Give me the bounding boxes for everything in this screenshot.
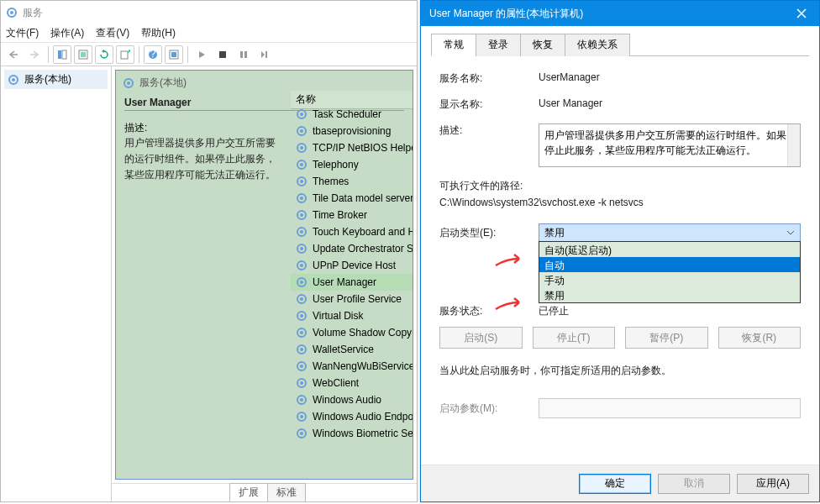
svg-text:?: ? bbox=[150, 50, 156, 60]
toolbar-btn-6[interactable] bbox=[165, 45, 183, 64]
service-row[interactable]: Virtual Disk bbox=[291, 307, 413, 324]
service-row[interactable]: Windows Audio bbox=[291, 391, 413, 408]
service-row[interactable]: WalletService bbox=[291, 341, 413, 358]
service-row[interactable]: Time Broker bbox=[291, 207, 413, 223]
restart-icon[interactable] bbox=[255, 45, 274, 64]
svg-rect-11 bbox=[240, 51, 243, 58]
option-manual[interactable]: 手动 bbox=[539, 272, 800, 287]
apply-button[interactable]: 应用(A) bbox=[737, 474, 809, 494]
service-row[interactable]: Update Orchestrator Service bbox=[291, 240, 413, 257]
toolbar-btn-2[interactable] bbox=[74, 45, 92, 64]
service-row[interactable]: Volume Shadow Copy bbox=[291, 324, 413, 341]
service-row[interactable]: User Manager bbox=[291, 274, 413, 291]
close-icon[interactable] bbox=[784, 1, 819, 26]
svg-point-51 bbox=[300, 381, 303, 385]
service-name: Themes bbox=[313, 176, 349, 187]
service-name: Tile Data model server bbox=[313, 192, 413, 204]
pane-header: 服务(本地) bbox=[116, 71, 413, 93]
startup-type-select[interactable]: 禁用 自动(延迟启动) 自动 手动 禁用 bbox=[539, 223, 801, 242]
service-row[interactable]: Themes bbox=[291, 173, 413, 190]
svg-rect-9 bbox=[171, 52, 176, 57]
service-row[interactable]: tbaseprovisioning bbox=[291, 123, 413, 139]
tab-standard[interactable]: 标准 bbox=[267, 483, 306, 501]
service-row[interactable]: Task Scheduler bbox=[291, 106, 413, 123]
service-row[interactable]: Windows Audio Endpoint bbox=[291, 408, 413, 425]
service-row[interactable]: Telephony bbox=[291, 156, 413, 173]
service-row[interactable]: Windows Biometric Service bbox=[291, 425, 413, 442]
service-row[interactable]: TCP/IP NetBIOS Helper bbox=[291, 139, 413, 156]
play-icon[interactable] bbox=[192, 45, 211, 64]
gear-icon bbox=[296, 192, 308, 204]
service-row[interactable]: WanNengWuBiService bbox=[291, 358, 413, 375]
service-row[interactable]: Tile Data model server bbox=[291, 190, 413, 207]
resume-button[interactable]: 恢复(R) bbox=[718, 327, 802, 349]
tab-logon[interactable]: 登录 bbox=[476, 34, 521, 56]
menu-action[interactable]: 操作(A) bbox=[50, 26, 84, 40]
gear-icon bbox=[296, 159, 308, 171]
menu-view[interactable]: 查看(V) bbox=[96, 26, 129, 40]
tab-dependencies[interactable]: 依赖关系 bbox=[565, 34, 630, 56]
svg-rect-12 bbox=[244, 51, 247, 58]
export-icon[interactable] bbox=[116, 45, 134, 64]
bottom-tabs: 扩展 标准 bbox=[112, 483, 417, 501]
svg-point-47 bbox=[300, 348, 303, 351]
gear-icon bbox=[296, 377, 308, 389]
service-name: Update Orchestrator Service bbox=[313, 243, 413, 255]
gear-icon bbox=[296, 394, 308, 406]
gear-icon bbox=[296, 344, 308, 355]
service-name: WebClient bbox=[313, 377, 359, 389]
gear-icon bbox=[296, 293, 308, 305]
service-row[interactable]: User Profile Service bbox=[291, 291, 413, 307]
service-row[interactable]: UPnP Device Host bbox=[291, 257, 413, 274]
option-disabled[interactable]: 禁用 bbox=[539, 287, 800, 302]
chevron-down-icon bbox=[786, 230, 795, 235]
tab-extended[interactable]: 扩展 bbox=[229, 483, 268, 501]
value-service-name: UserManager bbox=[539, 71, 801, 83]
forward-icon[interactable] bbox=[25, 45, 44, 64]
pause-icon[interactable] bbox=[234, 45, 253, 64]
startup-dropdown: 自动(延迟启动) 自动 手动 禁用 bbox=[539, 241, 801, 303]
svg-point-55 bbox=[300, 415, 303, 418]
svg-point-17 bbox=[127, 81, 130, 85]
svg-point-21 bbox=[300, 129, 303, 133]
service-name: WanNengWuBiService bbox=[313, 360, 413, 372]
stop-button[interactable]: 停止(T) bbox=[533, 327, 616, 349]
service-list[interactable]: Task SchedulertbaseprovisioningTCP/IP Ne… bbox=[291, 106, 413, 479]
service-row[interactable]: Touch Keyboard and Handwriting bbox=[291, 223, 413, 240]
label-exe-path: 可执行文件的路径: bbox=[439, 179, 523, 193]
service-name: tbaseprovisioning bbox=[313, 125, 391, 137]
gear-icon bbox=[6, 7, 18, 18]
scrollbar[interactable] bbox=[787, 124, 800, 166]
tab-general[interactable]: 常规 bbox=[431, 34, 476, 56]
tree-item-label: 服务(本地) bbox=[24, 72, 71, 87]
svg-point-25 bbox=[300, 163, 303, 166]
start-button[interactable]: 启动(S) bbox=[439, 327, 523, 349]
tab-recovery[interactable]: 恢复 bbox=[520, 34, 565, 56]
cancel-button[interactable]: 取消 bbox=[658, 474, 730, 494]
service-row[interactable]: WebClient bbox=[291, 375, 413, 391]
value-display-name: User Manager bbox=[539, 97, 801, 109]
service-name: Task Scheduler bbox=[313, 108, 381, 120]
window-title-bar: 服务 bbox=[1, 1, 417, 24]
ok-button[interactable]: 确定 bbox=[579, 474, 651, 494]
value-exe-path: C:\Windows\system32\svchost.exe -k netsv… bbox=[439, 197, 644, 208]
stop-icon[interactable] bbox=[213, 45, 232, 64]
help-icon[interactable]: ? bbox=[144, 45, 162, 64]
option-auto[interactable]: 自动 bbox=[539, 257, 800, 272]
toolbar-btn-1[interactable] bbox=[53, 45, 71, 64]
window-title: 服务 bbox=[23, 6, 43, 20]
tree-item-services-local[interactable]: 服务(本地) bbox=[4, 70, 108, 89]
service-name: WalletService bbox=[313, 344, 374, 355]
menu-help[interactable]: 帮助(H) bbox=[141, 26, 176, 40]
back-icon[interactable] bbox=[4, 45, 23, 64]
option-auto-delayed[interactable]: 自动(延迟启动) bbox=[539, 242, 800, 257]
service-name: Time Broker bbox=[313, 209, 367, 221]
gear-icon bbox=[296, 260, 308, 271]
gear-icon bbox=[296, 209, 308, 221]
service-name: Windows Audio Endpoint bbox=[313, 411, 413, 423]
pause-button[interactable]: 暂停(P) bbox=[625, 327, 708, 349]
dialog-body: 常规 登录 恢复 依赖关系 服务名称: UserManager 显示名称: Us… bbox=[421, 26, 819, 442]
menu-file[interactable]: 文件(F) bbox=[6, 26, 39, 40]
gear-icon bbox=[123, 77, 134, 89]
refresh-icon[interactable] bbox=[95, 45, 113, 64]
